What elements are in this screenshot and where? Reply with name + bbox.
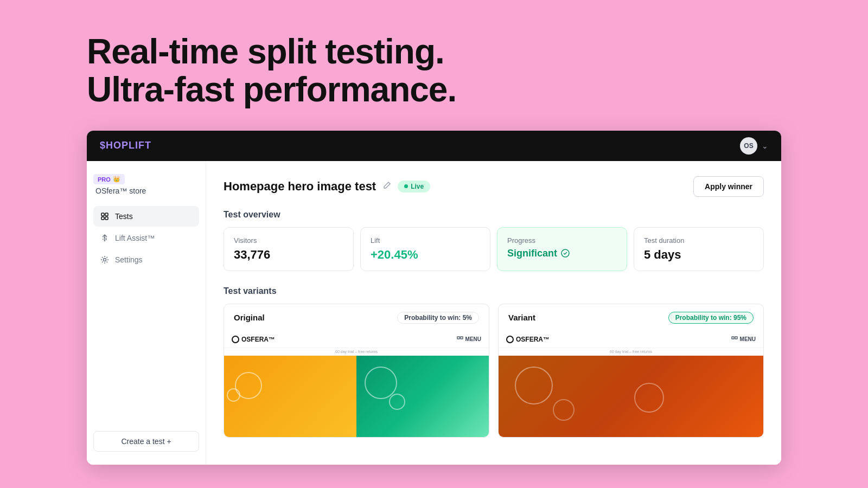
visitors-label: Visitors	[234, 236, 343, 245]
test-variants-section: Test variants Original Probability to wi…	[224, 286, 764, 438]
overview-title: Test overview	[224, 210, 764, 220]
store-name: OSfera™ store	[93, 187, 199, 195]
live-badge: Live	[398, 181, 430, 192]
svg-rect-1	[105, 213, 108, 216]
svg-rect-3	[105, 217, 108, 220]
svg-rect-7	[457, 337, 459, 339]
nav-bar: $HOPLIFT OS ⌄	[87, 131, 781, 161]
nav-right: OS ⌄	[740, 137, 768, 155]
original-prob-badge: Probability to win: 5%	[397, 312, 479, 324]
test-title: Homepage hero image test	[224, 179, 376, 194]
svg-rect-8	[461, 337, 463, 339]
logo-name: HOPLIFT	[106, 140, 151, 151]
variant-b: Variant Probability to win: 95% OSFERA™	[498, 304, 764, 438]
duration-value: 5 days	[644, 248, 754, 262]
hero-title: Real-time split testing. Ultra-fast perf…	[87, 33, 781, 109]
variant-b-menu-icon	[731, 336, 738, 343]
test-title-group: Homepage hero image test Live	[224, 179, 430, 194]
metric-visitors: Visitors 33,776	[224, 227, 354, 271]
original-img-left	[224, 356, 356, 437]
sidebar-item-settings[interactable]: Settings	[93, 249, 199, 270]
original-img-right	[356, 356, 489, 437]
variant-b-prob-badge: Probability to win: 95%	[668, 312, 754, 324]
original-banner: 60 day trial – free returns	[224, 348, 489, 356]
variant-b-mini-menu: MENU	[731, 336, 756, 343]
settings-icon	[100, 255, 110, 265]
svg-point-5	[104, 259, 106, 261]
variant-b-image	[499, 356, 763, 437]
variant-b-banner: 60 day trial – free returns	[499, 348, 763, 356]
metric-lift: Lift +20.45%	[360, 227, 490, 271]
metrics-grid: Visitors 33,776 Lift +20.45% Progress Si…	[224, 227, 764, 271]
live-label: Live	[411, 183, 424, 190]
progress-value: Significant	[507, 248, 617, 259]
variant-b-header: Variant Probability to win: 95%	[499, 304, 763, 331]
hero-section: Real-time split testing. Ultra-fast perf…	[0, 0, 868, 131]
mini-logo-circle	[232, 336, 239, 343]
lift-assist-label: Lift Assist™	[115, 234, 155, 242]
metric-progress: Progress Significant	[497, 227, 627, 271]
variant-original: Original Probability to win: 5% OSFERA™	[224, 304, 489, 438]
logo-dollar: $	[100, 140, 106, 151]
menu-icon	[457, 336, 463, 343]
apply-winner-button[interactable]: Apply winner	[693, 176, 764, 197]
lift-assist-icon	[100, 233, 110, 243]
badge-label: PRO	[98, 176, 111, 183]
nav-chevron-icon[interactable]: ⌄	[762, 142, 768, 150]
svg-rect-9	[732, 337, 734, 339]
create-test-button[interactable]: Create a test +	[93, 431, 199, 452]
svg-rect-0	[101, 213, 104, 216]
sidebar-nav: Tests Lift Assist™	[93, 206, 199, 270]
tests-icon	[100, 211, 110, 221]
lift-value: +20.45%	[371, 248, 480, 262]
original-mini-logo: OSFERA™	[232, 336, 275, 343]
lift-label: Lift	[371, 236, 480, 245]
settings-label: Settings	[115, 255, 143, 264]
variants-title: Test variants	[224, 286, 764, 296]
content-area: Homepage hero image test Live Apply winn…	[206, 161, 781, 465]
sidebar-bottom: Create a test +	[93, 431, 199, 452]
variants-grid: Original Probability to win: 5% OSFERA™	[224, 304, 764, 438]
sidebar-top: PRO 👑 OSfera™ store	[93, 174, 199, 281]
sidebar-item-lift-assist[interactable]: Lift Assist™	[93, 228, 199, 248]
sidebar-item-tests[interactable]: Tests	[93, 206, 199, 227]
variant-b-logo-text: OSFERA™	[516, 336, 550, 343]
test-overview-section: Test overview Visitors 33,776 Lift +20.4…	[224, 210, 764, 271]
variant-b-mini-nav: OSFERA™ MENU	[499, 331, 763, 348]
metric-duration: Test duration 5 days	[634, 227, 764, 271]
hero-line1: Real-time split testing.	[87, 32, 444, 71]
original-preview: OSFERA™ MENU	[224, 331, 489, 437]
edit-icon[interactable]	[382, 181, 391, 192]
svg-rect-2	[101, 217, 104, 220]
crown-icon: 👑	[113, 176, 120, 183]
variant-b-mini-logo: OSFERA™	[506, 336, 550, 343]
tests-label: Tests	[115, 212, 133, 221]
variant-b-preview: OSFERA™ MENU	[499, 331, 763, 437]
original-mini-site: OSFERA™ MENU	[224, 331, 489, 437]
avatar[interactable]: OS	[740, 137, 757, 155]
original-mini-menu: MENU	[457, 336, 481, 343]
test-header: Homepage hero image test Live Apply winn…	[224, 176, 764, 197]
svg-rect-10	[735, 337, 737, 339]
hero-line2: Ultra-fast performance.	[87, 70, 456, 109]
sidebar: PRO 👑 OSfera™ store	[87, 161, 206, 465]
visitors-value: 33,776	[234, 248, 343, 262]
variant-b-logo-circle	[506, 336, 514, 343]
mini-logo-text: OSFERA™	[241, 336, 275, 343]
variant-b-mini-site: OSFERA™ MENU	[499, 331, 763, 437]
main-layout: PRO 👑 OSfera™ store	[87, 161, 781, 465]
original-name: Original	[234, 313, 265, 322]
original-images	[224, 356, 489, 437]
significant-icon	[560, 248, 570, 258]
live-dot	[404, 184, 408, 188]
variant-b-name: Variant	[508, 313, 535, 322]
progress-label: Progress	[507, 236, 617, 245]
pro-badge: PRO 👑	[93, 174, 125, 184]
nav-logo: $HOPLIFT	[100, 140, 151, 151]
duration-label: Test duration	[644, 236, 754, 245]
variant-original-header: Original Probability to win: 5%	[224, 304, 489, 331]
app-window: $HOPLIFT OS ⌄ PRO 👑 OSfera™ store	[87, 131, 781, 465]
original-mini-nav: OSFERA™ MENU	[224, 331, 489, 348]
